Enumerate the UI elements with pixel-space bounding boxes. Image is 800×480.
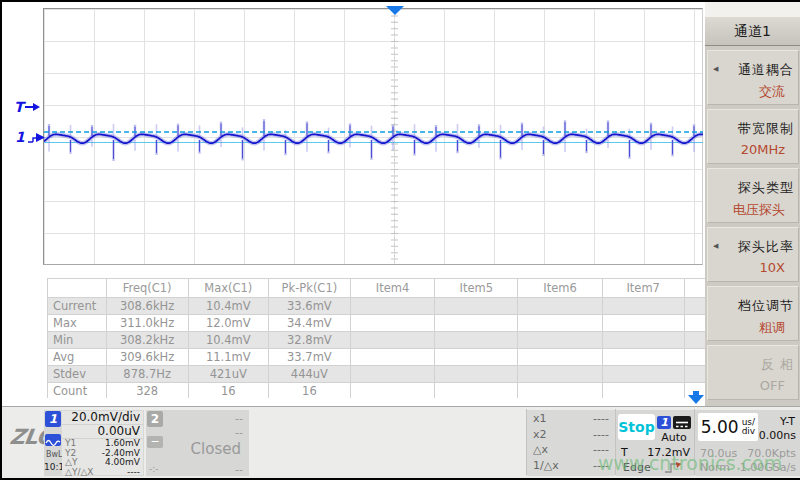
sidebar-top-strip (705, 2, 800, 18)
menu-item-value: 粗调 (759, 319, 785, 337)
menu-item-label: 通道耦合 (738, 61, 794, 79)
table-row-min: Min308.2kHz10.4mV32.8mV (48, 332, 706, 349)
cursor-panel-value: ---- (593, 428, 609, 442)
channel1-offset: 0.00uV (62, 425, 143, 439)
cursor-panel-key: 1/△x (533, 459, 559, 473)
trigger-level-label: T (14, 99, 24, 115)
row-label: Max (48, 315, 107, 332)
cursor-panel-key: △x (533, 443, 548, 457)
right-arrow-icon (25, 102, 40, 112)
display-mode: Y-T (780, 415, 795, 428)
table-column-header: Freq(C1) (106, 279, 188, 298)
menu-item-value: 交流 (759, 83, 785, 101)
measurement-value: 878.7Hz (106, 366, 188, 383)
measurement-value: 33.6mV (268, 298, 350, 315)
channel2-state: Closed (191, 440, 241, 458)
menu-item-label: 探头比率 (738, 238, 794, 256)
measurement-value (684, 366, 705, 383)
measurement-value: 16 (188, 383, 268, 399)
measurement-value: 308.2kHz (106, 332, 188, 349)
menu-item-value: 20MHz (741, 142, 785, 157)
channel2-offset: -- (235, 426, 243, 439)
measurement-table-header-row: Freq(C1)Max(C1)Pk-Pk(C1)Item4Item5Item6I… (48, 279, 706, 298)
menu-item-value: OFF (760, 378, 785, 393)
table-column-header: Max(C1) (188, 279, 268, 298)
measurement-value (684, 332, 705, 349)
channel1-zero-level-marker[interactable]: 1 (15, 129, 46, 145)
sidebar-item-6[interactable]: 反 相OFF (707, 345, 799, 400)
bandwidth-limit-indicator: BwL (46, 450, 63, 459)
sidebar-item-5[interactable]: 档位调节粗调 (707, 286, 799, 341)
cursor-panel-row: x2---- (527, 426, 615, 442)
trigger-position-marker-icon[interactable] (386, 6, 404, 15)
table-column-header (48, 279, 107, 298)
measurement-value (518, 315, 602, 332)
measurement-value (684, 349, 705, 366)
measurement-value (350, 298, 434, 315)
menu-item-label: 带宽限制 (738, 120, 794, 138)
table-column-header: Item7 (602, 279, 684, 298)
menu-title: 通道1 (705, 18, 800, 46)
channel1-cursor-readouts: Y11.60mVY2-2.40mV△Y4.00mV△Y/△X---- (62, 439, 143, 477)
measurement-value (684, 298, 705, 315)
measurement-value (435, 383, 518, 399)
watermark-text: www.cntronics.com (598, 452, 782, 474)
timebase-unit-bottom: div (742, 426, 756, 436)
channel1-scale: 20.0mV/div (62, 411, 143, 425)
channel2-bottom-right: -- (235, 463, 243, 476)
measurement-table-container: Freq(C1)Max(C1)Pk-Pk(C1)Item4Item5Item6I… (47, 278, 705, 398)
measurement-value (684, 383, 705, 399)
measurement-value (684, 315, 705, 332)
timebase-unit: us/ div (742, 418, 756, 436)
row-label: Stdev (48, 366, 107, 383)
timebase-scale-box: 5.00 us/ div (698, 413, 758, 441)
sidebar-item-4[interactable]: ◀探头比率10X (707, 227, 799, 282)
measurement-value (602, 332, 684, 349)
channel1-marker-label: 1 (15, 129, 25, 145)
cursor-readout-row: △Y/△X---- (62, 468, 143, 478)
channel1-badge: 1 (45, 411, 61, 427)
measurement-value (350, 315, 434, 332)
row-label: Count (48, 383, 107, 399)
table-column-header: Pk-Pk(C1) (268, 279, 350, 298)
measurement-value (518, 332, 602, 349)
measurement-value (435, 366, 518, 383)
measurement-value (602, 315, 684, 332)
trigger-source-badge: 1 (657, 416, 671, 429)
ac-coupling-icon (45, 434, 61, 446)
scope-screen: T 1 Freq(C1)Max(C1)Pk-Pk(C1)Item4Item5It… (2, 2, 800, 477)
measurement-value: 33.7mV (268, 349, 350, 366)
table-row-max: Max311.0kHz12.0mV34.4mV (48, 315, 706, 332)
trigger-coupling-dc-icon (673, 416, 691, 429)
channel1-status-panel[interactable]: 1 BwL 10:1 20.0mV/div 0.00uV Y11.60mVY2-… (44, 410, 144, 476)
waveform-display[interactable] (43, 8, 703, 265)
channel2-status-panel[interactable]: 2 − -- -- Closed -:- -- (146, 410, 249, 476)
soft-menu-sidebar: 通道1 ◀通道耦合交流带宽限制20MHz探头类型电压探头◀探头比率10X档位调节… (705, 2, 800, 414)
row-label: Min (48, 332, 107, 349)
measurement-value: 12.0mV (188, 315, 268, 332)
measurement-value (435, 332, 518, 349)
measurement-value (602, 366, 684, 383)
sidebar-item-2[interactable]: 带宽限制20MHz (707, 109, 799, 164)
submenu-arrow-icon: ◀ (713, 65, 718, 73)
channel2-bottom-left: -:- (149, 464, 159, 474)
table-row-count: Count3281616 (48, 383, 706, 399)
measurement-value (518, 366, 602, 383)
sidebar-item-1[interactable]: ◀通道耦合交流 (707, 50, 799, 105)
measurement-value: 10.4mV (188, 298, 268, 315)
measurement-value (350, 332, 434, 349)
sidebar-item-3[interactable]: 探头类型电压探头 (707, 168, 799, 223)
measurement-value (350, 349, 434, 366)
cursor-value: ---- (127, 468, 140, 478)
trigger-level-marker[interactable]: T (14, 99, 40, 115)
menu-item-label: 反 相 (761, 356, 794, 374)
measurement-value: 328 (106, 383, 188, 399)
measurement-value: 309.6kHz (106, 349, 188, 366)
menu-item-label: 档位调节 (738, 297, 794, 315)
table-column-header: Item6 (518, 279, 602, 298)
submenu-arrow-icon: ◀ (713, 242, 718, 250)
row-label: Avg (48, 349, 107, 366)
measurement-value (435, 298, 518, 315)
sidebar-menu: ◀通道耦合交流带宽限制20MHz探头类型电压探头◀探头比率10X档位调节粗调反 … (705, 46, 800, 400)
measurement-value (602, 349, 684, 366)
